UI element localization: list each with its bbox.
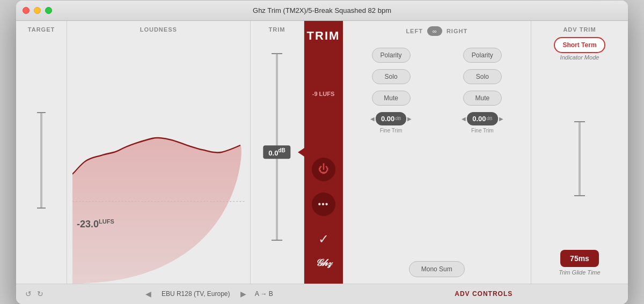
left-side: Polarity Solo Mute ◀ 0.00dB ▶ Fine Trim	[346, 42, 437, 255]
trim-tick-top	[272, 53, 282, 54]
left-polarity-button[interactable]: Polarity	[372, 48, 411, 63]
target-tick-top	[37, 112, 46, 113]
next-preset-button[interactable]: ▶	[240, 290, 246, 298]
undo-button[interactable]: ↺	[24, 290, 33, 298]
right-label: RIGHT	[447, 28, 467, 34]
right-fine-trim-up[interactable]: ▶	[499, 116, 503, 122]
loudness-header: LOUDNESS	[67, 21, 250, 37]
target-slider-area	[40, 37, 42, 284]
adv-trim-header: ADV TRIM	[539, 21, 620, 37]
center-trim-header: TRIM	[307, 21, 340, 48]
target-column: TARGET	[16, 21, 67, 284]
left-fine-trim-down[interactable]: ◀	[370, 116, 375, 122]
title-bar: Ghz Trim (TM2X)/5-Break Squashed 82 bpm	[16, 1, 628, 21]
maximize-button[interactable]	[45, 7, 52, 14]
right-fine-trim-unit: dB	[487, 116, 493, 121]
main-window: Ghz Trim (TM2X)/5-Break Squashed 82 bpm …	[16, 1, 628, 304]
loudness-column: LOUDNESS -23.0LUFS	[67, 21, 251, 284]
trim-glide-label: Trim Glide Time	[559, 269, 600, 276]
loudness-value: -23.0LUFS	[77, 218, 114, 230]
left-fine-trim-value: 0.00	[381, 115, 394, 123]
power-button[interactable]: ⏻	[312, 158, 335, 181]
adv-controls-bar: ADV CONTROLS	[348, 290, 620, 298]
short-term-button[interactable]: Short Term	[554, 37, 605, 53]
loudness-chart-area: -23.0LUFS	[72, 37, 245, 284]
target-slider-track[interactable]	[40, 112, 42, 209]
window-title: Ghz Trim (TM2X)/5-Break Squashed 82 bpm	[253, 6, 391, 14]
undo-redo-area: ↺ ↻	[24, 290, 75, 298]
close-button[interactable]	[23, 7, 30, 14]
indicator-mode-label: Indicator Mode	[560, 54, 599, 61]
logo-text: 𝒢𝒽𝓏	[315, 257, 332, 268]
ghz-logo: 𝒢𝒽𝓏	[315, 257, 332, 269]
minimize-button[interactable]	[34, 7, 41, 14]
power-icon: ⏻	[318, 163, 329, 175]
right-fine-trim-display[interactable]: 0.00dB	[467, 112, 497, 125]
left-solo-button[interactable]: Solo	[372, 69, 411, 84]
check-icon: ✓	[318, 232, 329, 247]
redo-button[interactable]: ↻	[36, 290, 45, 298]
right-fine-trim-value: 0.00	[472, 115, 486, 123]
lr-header: LEFT ∞ RIGHT	[346, 21, 529, 42]
right-fine-trim-block: ◀ 0.00dB ▶ Fine Trim	[462, 112, 503, 134]
link-icon: ∞	[433, 28, 437, 34]
right-mute-button[interactable]: Mute	[463, 91, 502, 106]
adv-trim-column: ADV TRIM Short Term Indicator Mode 75ms …	[531, 21, 628, 284]
right-fine-trim-label: Fine Trim	[471, 128, 494, 134]
trim-header: TRIM	[269, 21, 286, 37]
arrow-indicator	[298, 148, 304, 157]
center-trim-column: TRIM -9 LUFS ⏻ ••• ✓ 𝒢𝒽𝓏	[304, 21, 343, 284]
trim-value-display[interactable]: 0.0dB	[263, 145, 290, 159]
right-solo-button[interactable]: Solo	[463, 69, 502, 84]
preset-area: ◀ EBU R128 (TV, Europe) ▶ A → B	[75, 290, 348, 298]
left-fine-trim-up[interactable]: ▶	[407, 116, 412, 122]
dots-icon: •••	[318, 199, 329, 209]
target-header: TARGET	[28, 21, 55, 37]
lr-controls: Polarity Solo Mute ◀ 0.00dB ▶ Fine Trim	[346, 42, 529, 255]
loudness-chart-svg	[72, 37, 245, 284]
main-content: TARGET LOUDNESS	[16, 21, 628, 284]
adv-slider-area	[539, 73, 620, 244]
preset-label: EBU R128 (TV, Europe)	[156, 290, 236, 298]
left-fine-trim-label: Fine Trim	[380, 128, 402, 134]
left-label: LEFT	[406, 28, 423, 34]
bottom-bar: ↺ ↻ ◀ EBU R128 (TV, Europe) ▶ A → B ADV …	[16, 284, 628, 304]
ab-label: A → B	[251, 290, 277, 298]
link-button[interactable]: ∞	[427, 26, 442, 36]
trim-glide-button[interactable]: 75ms	[560, 250, 599, 267]
trim-column: TRIM 0.0dB	[251, 21, 304, 284]
left-mute-button[interactable]: Mute	[372, 91, 411, 106]
target-tick-bottom	[37, 207, 46, 209]
adv-tick-bottom	[574, 195, 585, 196]
left-fine-trim-display[interactable]: 0.00dB	[376, 112, 406, 125]
trim-tick-bottom	[272, 240, 282, 241]
adv-tick-top	[574, 121, 585, 122]
adv-slider-track[interactable]	[579, 121, 581, 196]
left-fine-trim-block: ◀ 0.00dB ▶ Fine Trim	[370, 112, 412, 134]
lufs-label: -9 LUFS	[312, 91, 335, 97]
lr-column: LEFT ∞ RIGHT Polarity Solo Mute ◀	[343, 21, 532, 284]
confirm-button[interactable]: ✓	[312, 227, 335, 251]
adv-controls-label: ADV CONTROLS	[455, 290, 513, 298]
right-side: Polarity Solo Mute ◀ 0.00dB ▶ Fine Trim	[437, 42, 528, 255]
right-fine-trim-down[interactable]: ◀	[462, 116, 466, 122]
more-options-button[interactable]: •••	[312, 192, 335, 216]
mono-sum-button[interactable]: Mono Sum	[409, 261, 465, 277]
prev-preset-button[interactable]: ◀	[145, 290, 151, 298]
left-fine-trim-unit: dB	[395, 116, 401, 121]
right-polarity-button[interactable]: Polarity	[463, 48, 502, 63]
traffic-lights	[23, 7, 52, 14]
